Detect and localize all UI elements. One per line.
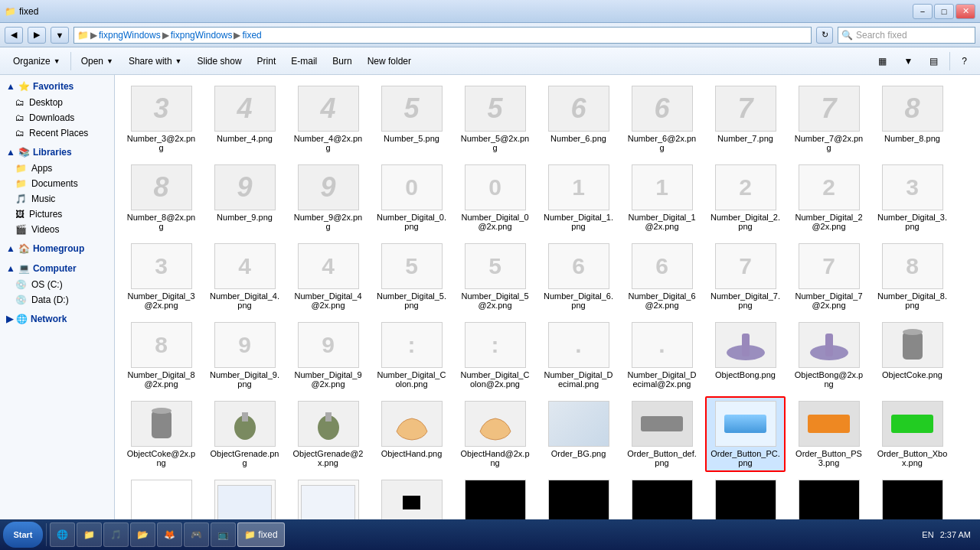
file-item[interactable]: :Number_Digital_Colon@2x.png: [455, 317, 535, 393]
path-part-3[interactable]: fixed: [242, 30, 261, 41]
close-button[interactable]: ✕: [956, 4, 975, 19]
newfolder-button[interactable]: New folder: [361, 50, 418, 72]
sidebar-item-documents[interactable]: 📁 Documents: [0, 176, 114, 191]
clock[interactable]: 2:37 AM: [940, 530, 971, 539]
file-item[interactable]: 5Number_Digital_5@2x.png: [455, 239, 535, 314]
file-item[interactable]: pants1@2x.png: [538, 475, 619, 519]
taskbar-firefox[interactable]: 🦊: [157, 522, 182, 547]
computer-header[interactable]: ▲ 💻 Computer: [0, 260, 114, 277]
file-item[interactable]: pants3@2x.png: [872, 475, 952, 519]
email-button[interactable]: E-mail: [284, 50, 324, 72]
file-item[interactable]: 2Number_Digital_2@2x.png: [789, 160, 869, 236]
start-button[interactable]: Start: [3, 522, 43, 548]
taskbar-media[interactable]: 🎵: [103, 522, 129, 547]
file-item[interactable]: 5Number_5.png: [371, 81, 452, 157]
file-item[interactable]: ObjectBong.png: [705, 317, 786, 393]
file-item[interactable]: pants2@2x.png: [705, 475, 786, 519]
open-button[interactable]: Open ▼: [74, 50, 120, 72]
print-button[interactable]: Print: [250, 50, 283, 72]
file-item[interactable]: 4Number_4@2x.png: [288, 81, 368, 157]
sidebar-item-videos[interactable]: 🎬 Videos: [0, 222, 114, 237]
file-item[interactable]: Order_Button_PS3.png: [789, 396, 869, 472]
file-item[interactable]: ObjectHand.png: [371, 396, 452, 472]
taskbar-file-explorer-active[interactable]: 📁 fixed: [237, 522, 285, 547]
file-item[interactable]: 6Number_6.png: [538, 81, 619, 157]
address-path[interactable]: 📁 ▶ fixpngWindows ▶ fixpngWindows ▶ fixe…: [74, 27, 812, 44]
sidebar-item-d-drive[interactable]: 💿 Data (D:): [0, 292, 114, 308]
maximize-button[interactable]: □: [934, 4, 954, 19]
file-item[interactable]: ObjectBong@2x.png: [789, 317, 869, 393]
file-item[interactable]: pants2.png: [622, 475, 702, 519]
file-item[interactable]: 1Number_Digital_1@2x.png: [622, 160, 702, 236]
slideshow-button[interactable]: Slide show: [191, 50, 249, 72]
file-item[interactable]: 8Number_Digital_8@2x.png: [121, 317, 201, 393]
sidebar-item-downloads[interactable]: 🗂 Downloads: [0, 110, 114, 125]
file-item[interactable]: 5Number_5@2x.png: [455, 81, 535, 157]
favorites-header[interactable]: ▲ ⭐ Favorites: [0, 78, 114, 95]
file-item[interactable]: Order_Overlay_Pad.png: [288, 475, 368, 519]
file-item[interactable]: 4Number_4.png: [204, 81, 285, 157]
view-list-button[interactable]: ▼: [897, 50, 920, 72]
sidebar-item-music[interactable]: 🎵 Music: [0, 191, 114, 207]
file-item[interactable]: Order_Overlay.png: [204, 475, 285, 519]
file-item[interactable]: 8Number_8@2x.png: [121, 160, 201, 236]
file-item[interactable]: .Number_Digital_Decimal@2x.png: [622, 317, 702, 393]
file-item[interactable]: 6Number_Digital_6.png: [538, 239, 619, 314]
file-item[interactable]: ObjectHand@2x.png: [455, 396, 535, 472]
path-part-1[interactable]: fixpngWindows: [99, 30, 161, 41]
file-item[interactable]: ObjectGrenade@2x.png: [288, 396, 368, 472]
file-item[interactable]: Order_Button_Xbox.png: [872, 396, 952, 472]
taskbar-explorer[interactable]: 📂: [130, 522, 155, 547]
file-item[interactable]: 5Number_Digital_5.png: [371, 239, 452, 314]
file-item[interactable]: .Number_Digital_Decimal.png: [538, 317, 619, 393]
minimize-button[interactable]: −: [913, 4, 933, 19]
homegroup-header[interactable]: ▲ 🏠 Homegroup: [0, 240, 114, 257]
sidebar-item-c-drive[interactable]: 💿 OS (C:): [0, 277, 114, 292]
file-item[interactable]: Order_Fade.png: [121, 475, 201, 519]
taskbar-folder[interactable]: 📁: [77, 522, 102, 547]
file-item[interactable]: 2Number_Digital_2.png: [705, 160, 786, 236]
file-item[interactable]: pants3.png: [789, 475, 869, 519]
view-details-button[interactable]: ▤: [923, 50, 945, 72]
file-item[interactable]: ObjectCoke@2x.png: [121, 396, 201, 472]
file-item[interactable]: 4Number_Digital_4@2x.png: [288, 239, 368, 314]
file-item[interactable]: 6Number_6@2x.png: [622, 81, 702, 157]
file-item[interactable]: 3Number_3@2x.png: [121, 81, 201, 157]
file-item[interactable]: :Number_Digital_Colon.png: [371, 317, 452, 393]
file-item[interactable]: 7Number_7.png: [705, 81, 786, 157]
libraries-header[interactable]: ▲ 📚 Libraries: [0, 144, 114, 161]
file-item[interactable]: 8Number_8.png: [872, 81, 952, 157]
taskbar-app[interactable]: 📺: [211, 522, 236, 547]
file-item[interactable]: 1Number_Digital_1.png: [538, 160, 619, 236]
file-item[interactable]: 0Number_Digital_0.png: [371, 160, 452, 236]
burn-button[interactable]: Burn: [325, 50, 358, 72]
file-item[interactable]: 0Number_Digital_0@2x.png: [455, 160, 535, 236]
file-item[interactable]: pants1.png: [455, 475, 535, 519]
file-item[interactable]: 6Number_Digital_6@2x.png: [622, 239, 702, 314]
share-button[interactable]: Share with ▼: [122, 50, 189, 72]
help-button[interactable]: ?: [955, 50, 974, 72]
file-item[interactable]: 7Number_7@2x.png: [789, 81, 869, 157]
file-item[interactable]: 3Number_Digital_3.png: [872, 160, 952, 236]
file-item[interactable]: 8Number_Digital_8.png: [872, 239, 952, 314]
file-item[interactable]: 9Number_9@2x.png: [288, 160, 368, 236]
organize-button[interactable]: Organize ▼: [6, 50, 67, 72]
file-item[interactable]: 9Number_Digital_9@2x.png: [288, 317, 368, 393]
file-item[interactable]: Order_Button_def.png: [622, 396, 702, 472]
network-header[interactable]: ▶ 🌐 Network: [0, 311, 114, 327]
file-item[interactable]: Order_Button_PC.png: [705, 396, 786, 472]
file-item[interactable]: 3Number_Digital_3@2x.png: [121, 239, 201, 314]
search-box[interactable]: 🔍 Search fixed: [838, 27, 975, 44]
sidebar-item-desktop[interactable]: 🗂 Desktop: [0, 95, 114, 110]
back-button[interactable]: ◀: [5, 27, 23, 44]
file-item[interactable]: 7Number_Digital_7.png: [705, 239, 786, 314]
taskbar-ie[interactable]: 🌐: [50, 522, 75, 547]
path-part-2[interactable]: fixpngWindows: [171, 30, 233, 41]
refresh-button[interactable]: ↻: [816, 27, 833, 44]
view-toggle-button[interactable]: ▦: [871, 50, 893, 72]
recent-button[interactable]: ▼: [51, 27, 69, 44]
file-item[interactable]: ObjectCoke.png: [872, 317, 952, 393]
forward-button[interactable]: ▶: [28, 27, 46, 44]
file-item[interactable]: Order_BG.png: [538, 396, 619, 472]
sidebar-item-recent[interactable]: 🗂 Recent Places: [0, 125, 114, 141]
